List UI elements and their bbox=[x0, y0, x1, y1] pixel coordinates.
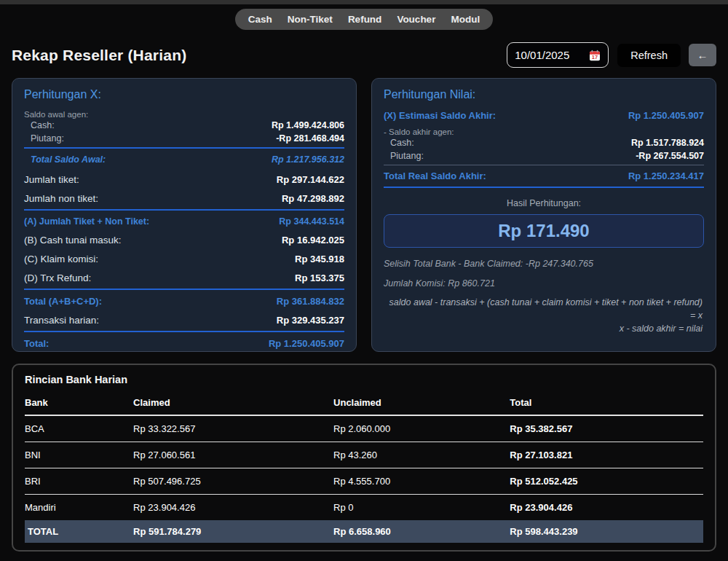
claimed-value: Rp 23.904.426 bbox=[133, 495, 333, 521]
sum-d-label: (D) Trx Refund: bbox=[24, 272, 91, 283]
col-header-unclaimed: Unclaimed bbox=[333, 395, 510, 415]
sum-a-label: (A) Jumlah Tiket + Non Tiket: bbox=[24, 216, 149, 227]
rincian-bank-card: Rincian Bank Harian Bank Claimed Unclaim… bbox=[12, 364, 716, 552]
jumlah-tiket-value: Rp 297.144.622 bbox=[277, 174, 344, 185]
table-row: BRI Rp 507.496.725 Rp 4.555.700 Rp 512.0… bbox=[25, 468, 703, 495]
unclaimed-value: Rp 43.260 bbox=[333, 442, 510, 468]
transaksi-harian-row: Transaksi harian: Rp 329.435.237 bbox=[24, 315, 344, 326]
saldo-akhir-agen-label: - Saldo akhir agen: bbox=[384, 128, 704, 136]
grand-total-value: Rp 1.250.405.907 bbox=[269, 338, 344, 349]
total-unclaimed-value: Rp 6.658.960 bbox=[333, 520, 510, 543]
tab-modul[interactable]: Modul bbox=[451, 14, 480, 25]
sum-b-value: Rp 16.942.025 bbox=[282, 235, 344, 246]
bank-card-title: Rincian Bank Harian bbox=[25, 374, 703, 385]
estimasi-label: (X) Estimasi Saldo Akhir: bbox=[384, 110, 496, 121]
saldo-awal-agen-label: Saldo awal agen: bbox=[24, 110, 344, 119]
bank-name: Mandiri bbox=[25, 495, 133, 521]
total-real-row: Total Real Saldo Akhir: Rp 1.250.234.417 bbox=[384, 170, 704, 181]
jumlah-komisi-text: Jumlah Komisi: Rp 860.721 bbox=[384, 278, 704, 289]
cash-akhir-row: Cash: Rp 1.517.788.924 bbox=[384, 138, 704, 148]
table-row: BNI Rp 27.060.561 Rp 43.260 Rp 27.103.82… bbox=[25, 442, 703, 468]
panel-perhitungan-nilai: Perhitungan Nilai: (X) Estimasi Saldo Ak… bbox=[371, 78, 716, 352]
transaksi-harian-value: Rp 329.435.237 bbox=[277, 315, 344, 326]
table-row: BCA Rp 33.322.567 Rp 2.060.000 Rp 35.382… bbox=[25, 415, 703, 442]
total-value: Rp 35.382.567 bbox=[510, 415, 703, 442]
calendar-icon[interactable]: 17 bbox=[589, 50, 601, 61]
tab-cash[interactable]: Cash bbox=[248, 14, 272, 25]
tab-pill: Cash Non-Tiket Refund Voucher Modul bbox=[235, 9, 493, 30]
tab-bar: Cash Non-Tiket Refund Voucher Modul bbox=[0, 9, 728, 30]
total-saldo-awal-label: Total Saldo Awal: bbox=[31, 154, 106, 165]
total-abcd-label: Total (A+B+C+D): bbox=[24, 296, 102, 307]
claimed-value: Rp 27.060.561 bbox=[133, 442, 333, 468]
divider bbox=[24, 331, 344, 332]
jumlah-non-tiket-label: Jumlah non tiket: bbox=[24, 193, 98, 204]
total-value: Rp 23.904.426 bbox=[510, 495, 703, 521]
transaksi-harian-label: Transaksi harian: bbox=[24, 315, 99, 326]
bank-name: BNI bbox=[25, 442, 133, 468]
total-claimed-value: Rp 591.784.279 bbox=[133, 520, 333, 543]
window-top-strip bbox=[0, 0, 728, 4]
col-header-total: Total bbox=[510, 395, 703, 415]
unclaimed-value: Rp 4.555.700 bbox=[333, 468, 510, 495]
panel-x-title: Perhitungan X: bbox=[24, 88, 344, 101]
refresh-button[interactable]: Refresh bbox=[617, 44, 681, 67]
total-value: Rp 27.103.821 bbox=[510, 442, 703, 468]
divider bbox=[384, 187, 704, 188]
claimed-value: Rp 507.496.725 bbox=[133, 468, 333, 495]
piutang-label: Piutang: bbox=[390, 151, 424, 161]
back-arrow-button[interactable]: ← bbox=[689, 44, 716, 66]
date-value: 10/01/2025 bbox=[515, 49, 569, 61]
tab-voucher[interactable]: Voucher bbox=[397, 14, 435, 25]
sum-b-label: (B) Cash tunai masuk: bbox=[24, 235, 122, 246]
piutang-akhir-value: -Rp 267.554.507 bbox=[636, 151, 704, 161]
piutang-akhir-row: Piutang: -Rp 267.554.507 bbox=[384, 151, 704, 161]
panel-nilai-title: Perhitungan Nilai: bbox=[384, 88, 704, 101]
piutang-awal-row: Piutang: -Rp 281.468.494 bbox=[24, 133, 344, 144]
col-header-bank: Bank bbox=[25, 395, 133, 415]
sum-c-label: (C) Klaim komisi: bbox=[24, 254, 98, 264]
col-header-claimed: Claimed bbox=[133, 395, 333, 415]
hasil-result-box: Rp 171.490 bbox=[384, 214, 704, 248]
tab-refund[interactable]: Refund bbox=[348, 14, 382, 25]
sum-d-row: (D) Trx Refund: Rp 153.375 bbox=[24, 272, 344, 283]
panel-perhitungan-x: Perhitungan X: Saldo awal agen: Cash: Rp… bbox=[12, 78, 357, 352]
unclaimed-value: Rp 0 bbox=[333, 495, 510, 521]
table-row: Mandiri Rp 23.904.426 Rp 0 Rp 23.904.426 bbox=[25, 495, 703, 521]
unclaimed-value: Rp 2.060.000 bbox=[333, 415, 510, 442]
sum-a-row: (A) Jumlah Tiket + Non Tiket: Rp 344.443… bbox=[24, 216, 344, 227]
bank-name: BRI bbox=[25, 468, 133, 495]
total-abcd-value: Rp 361.884.832 bbox=[277, 296, 344, 307]
cash-awal-row: Cash: Rp 1.499.424.806 bbox=[24, 120, 344, 130]
grand-total-row: Total: Rp 1.250.405.907 bbox=[24, 338, 344, 349]
jumlah-non-tiket-row: Jumlah non tiket: Rp 47.298.892 bbox=[24, 193, 344, 204]
bank-table-total-row: TOTAL Rp 591.784.279 Rp 6.658.960 Rp 598… bbox=[25, 520, 703, 543]
jumlah-tiket-label: Jumlah tiket: bbox=[24, 174, 79, 185]
hasil-perhitungan-label: Hasil Perhitungan: bbox=[384, 198, 704, 208]
grand-total-label: Total: bbox=[24, 338, 49, 349]
formula-note: saldo awal - transaksi + (cash tunai + c… bbox=[384, 296, 704, 335]
estimasi-value: Rp 1.250.405.907 bbox=[628, 110, 704, 121]
divider bbox=[24, 147, 344, 149]
piutang-label: Piutang: bbox=[31, 133, 64, 144]
tab-non-tiket[interactable]: Non-Tiket bbox=[288, 14, 333, 25]
cash-label: Cash: bbox=[390, 138, 414, 148]
jumlah-non-tiket-value: Rp 47.298.892 bbox=[282, 193, 344, 204]
estimasi-row: (X) Estimasi Saldo Akhir: Rp 1.250.405.9… bbox=[384, 110, 704, 121]
bank-table: Bank Claimed Unclaimed Total BCA Rp 33.3… bbox=[25, 395, 703, 543]
date-input[interactable]: 10/01/2025 17 bbox=[507, 42, 609, 68]
total-real-value: Rp 1.250.234.417 bbox=[628, 170, 704, 181]
total-saldo-awal-row: Total Saldo Awal: Rp 1.217.956.312 bbox=[24, 154, 344, 165]
total-row-label: TOTAL bbox=[25, 520, 133, 543]
divider bbox=[24, 289, 344, 290]
page-header: Rekap Reseller (Harian) 10/01/2025 17 Re… bbox=[0, 30, 728, 76]
sum-b-row: (B) Cash tunai masuk: Rp 16.942.025 bbox=[24, 235, 344, 246]
divider bbox=[24, 209, 344, 211]
formula-line-2: x - saldo akhir = nilai bbox=[384, 322, 703, 335]
cash-value: Rp 1.499.424.806 bbox=[272, 120, 344, 130]
bank-name: BCA bbox=[25, 415, 133, 442]
total-abcd-row: Total (A+B+C+D): Rp 361.884.832 bbox=[24, 296, 344, 307]
sum-c-row: (C) Klaim komisi: Rp 345.918 bbox=[24, 254, 344, 264]
sum-d-value: Rp 153.375 bbox=[295, 272, 344, 283]
divider bbox=[384, 165, 704, 165]
